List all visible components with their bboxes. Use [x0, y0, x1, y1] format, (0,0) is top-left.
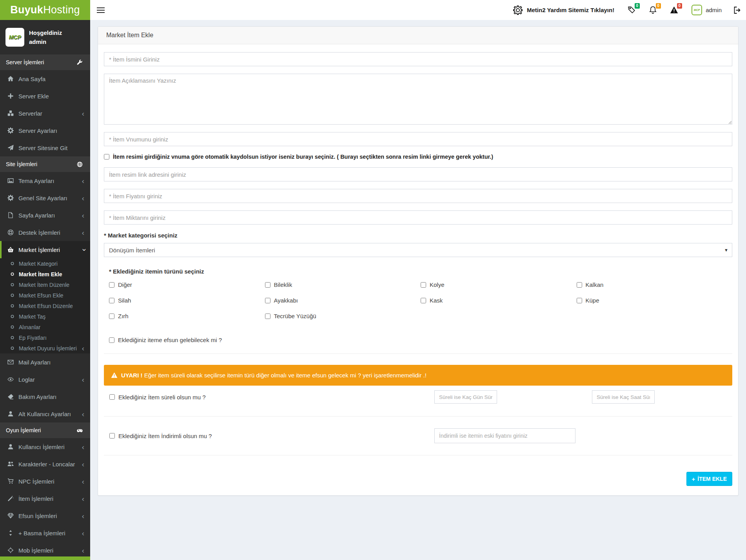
efsun-checkbox[interactable]: [109, 337, 114, 343]
auto-image-checkbox[interactable]: [104, 154, 109, 159]
sidebar-subitem-market-efsun-düzenle[interactable]: Market Efsun Düzenle: [0, 301, 90, 311]
bell-notification-button[interactable]: 0: [649, 6, 657, 14]
sidebar-item-tema-ayarları[interactable]: Tema Ayarları ‹: [0, 172, 90, 189]
sidebar-item-server-ayarları[interactable]: Server Ayarları: [0, 122, 90, 139]
gem-icon: [6, 513, 15, 519]
sidebar-subitem-market-taş[interactable]: Market Taş: [0, 311, 90, 322]
item-type-checkbox[interactable]: [577, 282, 582, 288]
sidebar-item-label: Server İşlemleri: [6, 59, 44, 65]
item-type-checkbox[interactable]: [265, 282, 270, 288]
chevron-icon: ‹: [82, 229, 84, 236]
sidebar-item-mob-işlemleri[interactable]: Mob İşlemleri ‹: [0, 542, 90, 559]
item-type-option-label: Küpe: [586, 297, 599, 304]
sidebar-subitem-ep-fiyatları[interactable]: Ep Fiyatları: [0, 332, 90, 343]
item-type-option-bileklik[interactable]: Bileklik: [265, 281, 421, 288]
help-link-label: Metin2 Yardım Sitemiz Tıklayın!: [527, 7, 614, 13]
sidebar-item-item-işlemleri[interactable]: İtem İşlemleri ‹: [0, 490, 90, 507]
item-type-option-zırh[interactable]: Zırh: [109, 313, 265, 319]
gun-input[interactable]: [434, 390, 497, 404]
item-type-option-kolye[interactable]: Kolye: [421, 281, 577, 288]
warning-notification-button[interactable]: 0: [670, 6, 678, 14]
sidebar-subitem-market-duyuru-işlemleri[interactable]: Market Duyuru İşlemleri ‹: [0, 343, 90, 353]
item-name-input[interactable]: [104, 52, 732, 66]
notification-badge: 0: [656, 3, 661, 9]
eski-fiyat-input[interactable]: [434, 428, 575, 443]
sidebar-item-label: Kullanıcı İşlemleri: [18, 444, 65, 450]
item-image-link-input[interactable]: [104, 167, 732, 181]
cubes-icon: [6, 110, 15, 116]
item-price-input[interactable]: [104, 189, 732, 203]
item-type-option-label: Zırh: [118, 313, 129, 319]
image-icon: [6, 178, 15, 184]
sidebar-toggle-button[interactable]: [90, 0, 111, 20]
magic-icon: [6, 495, 15, 502]
item-type-option-küpe[interactable]: Küpe: [577, 297, 733, 304]
item-vnum-input[interactable]: [104, 132, 732, 146]
item-type-checkbox[interactable]: [577, 298, 582, 303]
item-type-option-label: Kolye: [430, 281, 445, 288]
item-type-checkbox[interactable]: [421, 282, 426, 288]
sidebar-item-bakım-ayarları[interactable]: Bakım Ayarları: [0, 388, 90, 405]
sidebar-subitem-market-item-düzenle[interactable]: Market İtem Düzenle: [0, 279, 90, 290]
category-select[interactable]: Dönüşüm İtemleri: [104, 243, 732, 257]
item-ekle-button[interactable]: + İTEM EKLE: [686, 472, 732, 486]
sidebar-item-label: Market Duyuru İşlemleri: [19, 345, 77, 352]
item-type-checkbox[interactable]: [421, 298, 426, 303]
chevron-icon: ‹: [82, 529, 84, 537]
sidebar-menu: Server İşlemleri Ana Sayfa Server Ekle S…: [0, 54, 90, 559]
user-menu[interactable]: MCP admin: [692, 5, 722, 15]
sidebar-subitem-alınanlar[interactable]: Alınanlar: [0, 322, 90, 332]
brand-logo[interactable]: BuyukHosting: [0, 0, 90, 20]
circle-icon: [8, 346, 16, 350]
sidebar-item-market-işlemleri[interactable]: Market İşlemleri ‹: [0, 241, 90, 258]
sidebar-item-genel-site-ayarları[interactable]: Genel Site Ayarları ‹: [0, 189, 90, 207]
sidebar-item-server-ekle[interactable]: Server Ekle: [0, 87, 90, 105]
sidebar-item-destek-işlemleri[interactable]: Destek İşlemleri ‹: [0, 224, 90, 241]
item-type-checkbox[interactable]: [265, 298, 270, 303]
sidebar-item-server-sitesine-git[interactable]: Server Sitesine Git: [0, 139, 90, 156]
chevron-icon: ‹: [82, 547, 84, 554]
saat-input[interactable]: [592, 390, 655, 404]
warning-text: Eğer item süreli olarak seçilirse itemin…: [144, 372, 427, 379]
sidebar-item-ana-sayfa[interactable]: Ana Sayfa: [0, 70, 90, 87]
help-link[interactable]: Metin2 Yardım Sitemiz Tıklayın!: [513, 5, 614, 15]
sidebar-subitem-market-item-ekle[interactable]: Market İtem Ekle: [0, 269, 90, 279]
sidebar-subitem-market-kategori[interactable]: Market Kategori: [0, 258, 90, 269]
item-type-option-silah[interactable]: Silah: [109, 297, 265, 304]
item-type-checkbox[interactable]: [109, 282, 114, 288]
sidebar-item-sayfa-ayarları[interactable]: Sayfa Ayarları ‹: [0, 207, 90, 224]
indirimli-checkbox-row[interactable]: Eklediğiniz İtem İndirimli olsun mu ?: [109, 433, 212, 439]
indirimli-checkbox[interactable]: [109, 433, 115, 439]
efsun-checkbox-row[interactable]: Eklediğiniz iteme efsun gelebilecek mi ?: [104, 337, 732, 343]
sign-out-icon[interactable]: [733, 6, 741, 14]
sidebar-subitem-market-efsun-ekle[interactable]: Market Efsun Ekle: [0, 290, 90, 301]
item-type-option-label: Kalkan: [586, 281, 604, 288]
item-description-textarea[interactable]: [104, 74, 732, 125]
item-type-checkbox[interactable]: [109, 298, 114, 303]
life-ring-icon: [6, 229, 15, 236]
sidebar-item-karakterler---loncalar[interactable]: Karakterler - Loncalar ‹: [0, 455, 90, 473]
sidebar-item-mail-ayarları[interactable]: Mail Ayarları: [0, 353, 90, 371]
sidebar-item-serverlar[interactable]: Serverlar ‹: [0, 105, 90, 122]
item-type-checkbox[interactable]: [265, 314, 270, 319]
warning-banner: UYARI ! Eğer item süreli olarak seçilirs…: [104, 365, 732, 386]
auto-image-checkbox-row[interactable]: İtem resimi girdiğiniz vnuma göre otomat…: [104, 154, 732, 160]
item-type-option-kalkan[interactable]: Kalkan: [577, 281, 733, 288]
item-type-option-kask[interactable]: Kask: [421, 297, 577, 304]
sidebar-item-kullanıcı-işlemleri[interactable]: Kullanıcı İşlemleri ‹: [0, 438, 90, 455]
gear-icon: [513, 5, 523, 15]
sidebar-item-+-basma-işlemleri[interactable]: + Basma İşlemleri ‹: [0, 524, 90, 542]
sureli-checkbox-row[interactable]: Eklediğiniz İtem süreli olsun mu ?: [109, 394, 206, 401]
sidebar-item-label: Site İşlemleri: [6, 161, 37, 167]
tags-notification-button[interactable]: 0: [628, 6, 636, 14]
sidebar-item-efsun-işlemleri[interactable]: Efsun İşlemleri ‹: [0, 507, 90, 524]
sidebar-item-loglar[interactable]: Loglar ‹: [0, 371, 90, 388]
item-type-checkbox[interactable]: [109, 314, 114, 319]
item-type-option-ayakkabı[interactable]: Ayakkabı: [265, 297, 421, 304]
item-type-option-diğer[interactable]: Diğer: [109, 281, 265, 288]
sidebar-item-alt-kullanıcı-ayarları[interactable]: Alt Kullanıcı Ayarları ‹: [0, 405, 90, 422]
item-amount-input[interactable]: [104, 210, 732, 225]
sidebar-item-npc-işlemleri[interactable]: NPC İşlemleri ‹: [0, 473, 90, 490]
sureli-checkbox[interactable]: [109, 394, 115, 400]
item-type-option-tecrübe-yüzüğü[interactable]: Tecrübe Yüzüğü: [265, 313, 421, 319]
